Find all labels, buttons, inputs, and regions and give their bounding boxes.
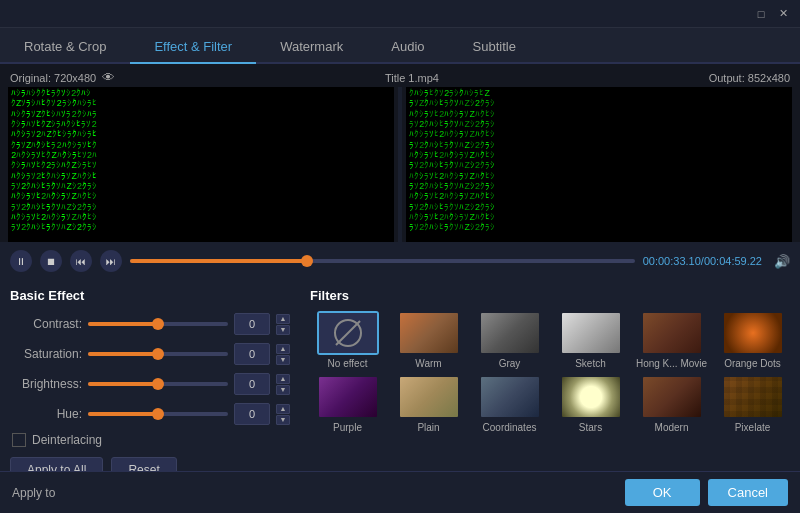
- brightness-slider[interactable]: [88, 382, 228, 386]
- time-display: 00:00:33.10/00:04:59.22: [643, 255, 762, 267]
- brightness-down[interactable]: ▼: [276, 385, 290, 395]
- filter-thumb-pixelate: [722, 375, 784, 419]
- apply-to-label: Apply to: [12, 486, 55, 500]
- effect-panel-title: Basic Effect: [10, 288, 290, 303]
- matrix-text-right: ｸﾊｼﾗﾋｸｿ2ﾗｼｸﾊｼﾗﾋZ ﾗｿZｸﾊｼﾋﾗｸｿﾊZｼ2ｸﾗｼ ﾊｸｼﾗｿ…: [406, 87, 792, 242]
- filter-noeffect[interactable]: No effect: [310, 311, 385, 369]
- original-resolution: Original: 720x480: [10, 72, 96, 84]
- contrast-down[interactable]: ▼: [276, 325, 290, 335]
- brightness-input[interactable]: 0: [234, 373, 270, 395]
- tab-rotate[interactable]: Rotate & Crop: [0, 31, 130, 64]
- brightness-row: Brightness: 0 ▲ ▼: [10, 373, 290, 395]
- hue-input[interactable]: 0: [234, 403, 270, 425]
- eye-icon[interactable]: 👁: [102, 70, 115, 85]
- cancel-button[interactable]: Cancel: [708, 479, 788, 506]
- total-time: 00:04:59.22: [704, 255, 762, 267]
- filter-thumb-orange: [722, 311, 784, 355]
- saturation-slider[interactable]: [88, 352, 228, 356]
- filter-label-hongk: Hong K... Movie: [636, 358, 707, 369]
- brightness-spinners: ▲ ▼: [276, 374, 290, 395]
- filter-thumb-stars: [560, 375, 622, 419]
- contrast-slider[interactable]: [88, 322, 228, 326]
- filter-thumb-plain: [398, 375, 460, 419]
- deinterlace-label: Deinterlacing: [32, 433, 102, 447]
- progress-track[interactable]: [130, 259, 635, 263]
- tab-audio[interactable]: Audio: [367, 31, 448, 64]
- next-frame-button[interactable]: ⏭: [100, 250, 122, 272]
- hue-up[interactable]: ▲: [276, 404, 290, 414]
- brightness-label: Brightness:: [10, 377, 82, 391]
- contrast-input[interactable]: 0: [234, 313, 270, 335]
- filter-sketch[interactable]: Sketch: [553, 311, 628, 369]
- tab-bar: Rotate & Crop Effect & Filter Watermark …: [0, 28, 800, 64]
- tab-effect[interactable]: Effect & Filter: [130, 31, 256, 64]
- filter-label-stars: Stars: [579, 422, 602, 433]
- hue-thumb: [152, 408, 164, 420]
- minimize-button[interactable]: □: [752, 5, 770, 23]
- effect-panel: Basic Effect Contrast: 0 ▲ ▼ Saturation:…: [10, 288, 310, 483]
- hue-down[interactable]: ▼: [276, 415, 290, 425]
- filter-pixelate[interactable]: Pixelate: [715, 375, 790, 433]
- video-section: Original: 720x480 👁 Title 1.mp4 Output: …: [0, 64, 800, 280]
- filters-grid: No effect Warm Gray Ske: [310, 311, 790, 433]
- filter-gray[interactable]: Gray: [472, 311, 547, 369]
- matrix-text-left: ﾊｼﾗﾊｼｸｸﾋﾗｸｿｼ2ｸﾊｼ ｸZｿﾗｼﾊﾋｸｿ2ﾗｼｸﾊｼﾗﾋ ﾊｼｸﾗｿ…: [8, 87, 394, 242]
- saturation-spinners: ▲ ▼: [276, 344, 290, 365]
- hue-spinners: ▲ ▼: [276, 404, 290, 425]
- hue-fill: [88, 412, 158, 416]
- prev-frame-button[interactable]: ⏮: [70, 250, 92, 272]
- close-button[interactable]: ✕: [774, 5, 792, 23]
- filter-coord[interactable]: Coordinates: [472, 375, 547, 433]
- deinterlace-row: Deinterlacing: [12, 433, 290, 447]
- filter-label-orange: Orange Dots: [724, 358, 781, 369]
- saturation-input[interactable]: 0: [234, 343, 270, 365]
- contrast-spinners: ▲ ▼: [276, 314, 290, 335]
- filters-title: Filters: [310, 288, 790, 303]
- filter-label-noeffect: No effect: [328, 358, 368, 369]
- video-title: Title 1.mp4: [385, 72, 439, 84]
- filter-thumb-hongk: [641, 311, 703, 355]
- tab-subtitle[interactable]: Subtitle: [449, 31, 540, 64]
- filter-thumb-modern: [641, 375, 703, 419]
- saturation-up[interactable]: ▲: [276, 344, 290, 354]
- filter-label-warm: Warm: [415, 358, 441, 369]
- filter-stars[interactable]: Stars: [553, 375, 628, 433]
- volume-icon[interactable]: 🔊: [774, 254, 790, 269]
- filter-thumb-warm: [398, 311, 460, 355]
- filter-plain[interactable]: Plain: [391, 375, 466, 433]
- filter-label-plain: Plain: [417, 422, 439, 433]
- filter-hongk[interactable]: Hong K... Movie: [634, 311, 709, 369]
- filter-modern[interactable]: Modern: [634, 375, 709, 433]
- filter-orange[interactable]: Orange Dots: [715, 311, 790, 369]
- filter-thumb-noeffect: [317, 311, 379, 355]
- pause-button[interactable]: ⏸: [10, 250, 32, 272]
- brightness-up[interactable]: ▲: [276, 374, 290, 384]
- filter-warm[interactable]: Warm: [391, 311, 466, 369]
- saturation-down[interactable]: ▼: [276, 355, 290, 365]
- filter-thumb-sketch: [560, 311, 622, 355]
- saturation-row: Saturation: 0 ▲ ▼: [10, 343, 290, 365]
- filter-label-sketch: Sketch: [575, 358, 606, 369]
- deinterlace-checkbox[interactable]: [12, 433, 26, 447]
- main-content: Basic Effect Contrast: 0 ▲ ▼ Saturation:…: [0, 280, 800, 491]
- ok-button[interactable]: OK: [625, 479, 700, 506]
- bottom-bar: Apply to OK Cancel: [0, 471, 800, 513]
- filter-purple[interactable]: Purple: [310, 375, 385, 433]
- stop-button[interactable]: ⏹: [40, 250, 62, 272]
- filter-thumb-purple: [317, 375, 379, 419]
- filter-thumb-coord: [479, 375, 541, 419]
- contrast-up[interactable]: ▲: [276, 314, 290, 324]
- filters-panel: Filters No effect Warm: [310, 288, 790, 483]
- hue-slider[interactable]: [88, 412, 228, 416]
- contrast-row: Contrast: 0 ▲ ▼: [10, 313, 290, 335]
- current-time: 00:00:33.10: [643, 255, 701, 267]
- video-previews: ﾊｼﾗﾊｼｸｸﾋﾗｸｿｼ2ｸﾊｼ ｸZｿﾗｼﾊﾋｸｿ2ﾗｼｸﾊｼﾗﾋ ﾊｼｸﾗｿ…: [0, 87, 800, 242]
- no-effect-icon: [334, 319, 362, 347]
- original-preview: ﾊｼﾗﾊｼｸｸﾋﾗｸｿｼ2ｸﾊｼ ｸZｿﾗｼﾊﾋｸｿ2ﾗｼｸﾊｼﾗﾋ ﾊｼｸﾗｿ…: [8, 87, 394, 242]
- hue-row: Hue: 0 ▲ ▼: [10, 403, 290, 425]
- filter-label-pixelate: Pixelate: [735, 422, 771, 433]
- title-bar: □ ✕: [0, 0, 800, 28]
- tab-watermark[interactable]: Watermark: [256, 31, 367, 64]
- filter-thumb-gray: [479, 311, 541, 355]
- saturation-label: Saturation:: [10, 347, 82, 361]
